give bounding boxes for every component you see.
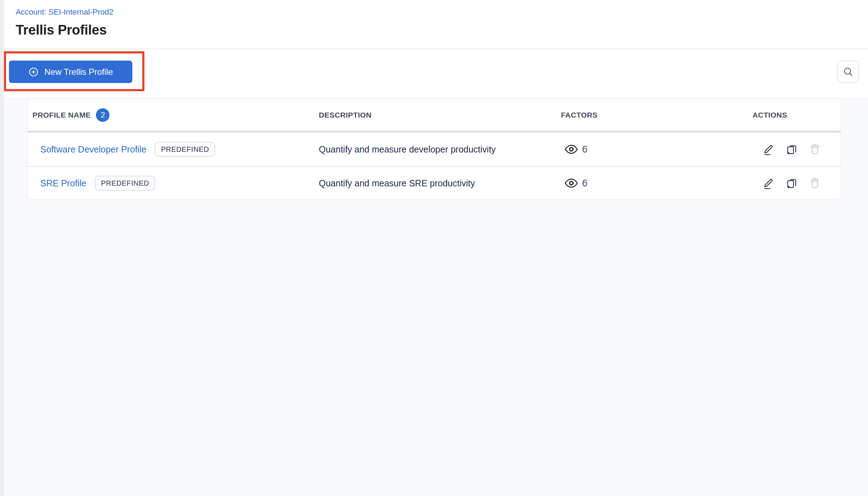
predefined-badge: PREDEFINED	[95, 176, 155, 191]
column-header-actions: ACTIONS	[752, 111, 841, 119]
edit-profile-button[interactable]	[762, 142, 775, 157]
profile-description: Quantify and measure developer productiv…	[319, 144, 561, 155]
delete-profile-button[interactable]	[808, 142, 822, 157]
profile-description: Quantify and measure SRE productivity	[319, 178, 561, 188]
profile-name-link[interactable]: Software Developer Profile	[40, 144, 146, 155]
account-breadcrumb-link[interactable]: Account: SEI-Internal-Prod2	[16, 7, 113, 17]
eye-icon	[565, 144, 578, 154]
toolbar: New Trellis Profile	[0, 49, 868, 97]
plus-circle-icon	[28, 67, 39, 77]
profiles-table: PROFILE NAME 2 DESCRIPTION FACTORS ACTIO…	[27, 99, 841, 200]
profile-count-badge: 2	[96, 108, 109, 122]
profile-name-header-label: PROFILE NAME	[32, 111, 91, 119]
factors-cell: 6	[561, 144, 752, 155]
column-header-description: DESCRIPTION	[319, 111, 561, 119]
clone-profile-button[interactable]	[785, 176, 798, 191]
table-header-row: PROFILE NAME 2 DESCRIPTION FACTORS ACTIO…	[28, 99, 841, 133]
edit-profile-button[interactable]	[762, 176, 775, 191]
page-header: Account: SEI-Internal-Prod2 Trellis Prof…	[16, 7, 113, 38]
pencil-icon	[762, 177, 775, 190]
factors-count: 6	[582, 144, 588, 155]
column-header-profile-name: PROFILE NAME 2	[32, 108, 319, 122]
search-icon	[843, 66, 853, 77]
actions-cell	[752, 176, 841, 191]
factors-cell: 6	[561, 177, 752, 189]
content-area: PROFILE NAME 2 DESCRIPTION FACTORS ACTIO…	[0, 97, 868, 496]
predefined-badge: PREDEFINED	[155, 142, 215, 157]
table-row: SRE Profile PREDEFINED Quantify and meas…	[28, 166, 841, 200]
trash-icon	[809, 177, 821, 190]
delete-profile-button[interactable]	[808, 176, 822, 191]
copy-icon	[786, 177, 798, 190]
profile-name-cell: SRE Profile PREDEFINED	[32, 176, 319, 191]
profile-name-cell: Software Developer Profile PREDEFINED	[32, 142, 319, 157]
page-title: Trellis Profiles	[16, 22, 113, 38]
search-button[interactable]	[837, 61, 859, 83]
trash-icon	[809, 143, 821, 156]
table-row: Software Developer Profile PREDEFINED Qu…	[28, 133, 841, 166]
trellis-profiles-page: Account: SEI-Internal-Prod2 Trellis Prof…	[0, 0, 868, 496]
profile-name-link[interactable]: SRE Profile	[40, 178, 86, 188]
new-trellis-profile-label: New Trellis Profile	[44, 67, 113, 77]
actions-cell	[752, 142, 841, 157]
clone-profile-button[interactable]	[785, 142, 798, 157]
eye-icon	[565, 178, 578, 188]
left-gutter	[0, 0, 4, 496]
copy-icon	[786, 143, 798, 156]
column-header-factors: FACTORS	[561, 111, 752, 119]
new-trellis-profile-button[interactable]: New Trellis Profile	[9, 61, 132, 83]
pencil-icon	[762, 143, 775, 156]
factors-count: 6	[582, 177, 588, 189]
